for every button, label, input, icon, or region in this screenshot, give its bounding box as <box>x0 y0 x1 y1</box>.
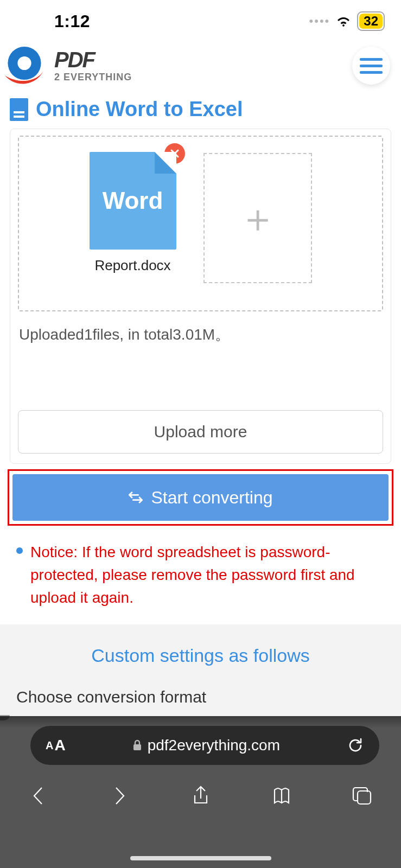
logo[interactable]: PDF 2 EVERYTHING <box>0 41 132 90</box>
swap-icon <box>128 490 143 505</box>
address-bar[interactable]: AA pdf2everything.com <box>30 726 379 765</box>
back-button[interactable] <box>27 784 50 807</box>
status-bar: 1:12 •••• 32 <box>0 0 401 38</box>
forward-button[interactable] <box>108 784 131 807</box>
browser-chrome: AA pdf2everything.com <box>0 716 401 868</box>
browser-toolbar <box>0 765 401 807</box>
start-converting-button[interactable]: Start converting <box>12 474 389 521</box>
battery-icon: 32 <box>357 11 385 31</box>
svg-point-1 <box>17 56 31 70</box>
bullet-icon <box>16 547 23 554</box>
status-time: 1:12 <box>54 11 90 31</box>
page-title: Online Word to Excel <box>36 98 243 121</box>
settings-heading: Custom settings as follows <box>16 645 385 666</box>
text-size-button[interactable]: AA <box>46 737 66 754</box>
file-type-label: Word <box>103 187 163 214</box>
upload-status: Uploaded1files, in total3.01M。 <box>19 324 383 345</box>
convert-highlight-box: Start converting <box>8 469 393 526</box>
url-display: pdf2everything.com <box>132 737 280 754</box>
cellular-dots-icon: •••• <box>309 14 330 28</box>
logo-text-main: PDF <box>54 49 132 71</box>
file-thumb: Word <box>90 152 176 250</box>
dropzone[interactable]: Word Report.docx ＋ <box>18 136 383 311</box>
notice: Notice: If the word spreadsheet is passw… <box>0 535 401 624</box>
lock-icon <box>132 739 142 751</box>
share-button[interactable] <box>189 784 212 807</box>
app-header: PDF 2 EVERYTHING <box>0 38 401 93</box>
battery-level: 32 <box>359 14 383 29</box>
svg-rect-3 <box>358 791 371 804</box>
tabs-button[interactable] <box>351 784 374 807</box>
page-title-row: Online Word to Excel <box>0 93 401 129</box>
convert-label: Start converting <box>151 488 272 508</box>
bookmarks-button[interactable] <box>270 784 293 807</box>
svg-rect-2 <box>133 744 141 750</box>
logo-text-sub: 2 EVERYTHING <box>54 72 132 83</box>
format-label: Choose conversion format <box>16 688 385 706</box>
url-text: pdf2everything.com <box>148 737 280 754</box>
add-file-slot[interactable]: ＋ <box>203 153 312 283</box>
upload-more-button[interactable]: Upload more <box>18 410 383 454</box>
wifi-icon <box>335 15 352 27</box>
home-indicator[interactable] <box>130 856 271 860</box>
uploaded-file[interactable]: Word Report.docx <box>90 152 176 274</box>
menu-button[interactable] <box>352 47 390 85</box>
document-icon <box>10 98 28 121</box>
custom-settings-section: Custom settings as follows Choose conver… <box>0 624 401 728</box>
plus-icon: ＋ <box>238 199 277 238</box>
status-right: •••• 32 <box>309 11 385 31</box>
refresh-button[interactable] <box>347 737 364 754</box>
upload-panel: Word Report.docx ＋ Uploaded1files, in to… <box>10 129 391 464</box>
notice-text: Notice: If the word spreadsheet is passw… <box>30 541 385 609</box>
logo-mark-icon <box>0 41 49 90</box>
file-name: Report.docx <box>94 257 170 274</box>
